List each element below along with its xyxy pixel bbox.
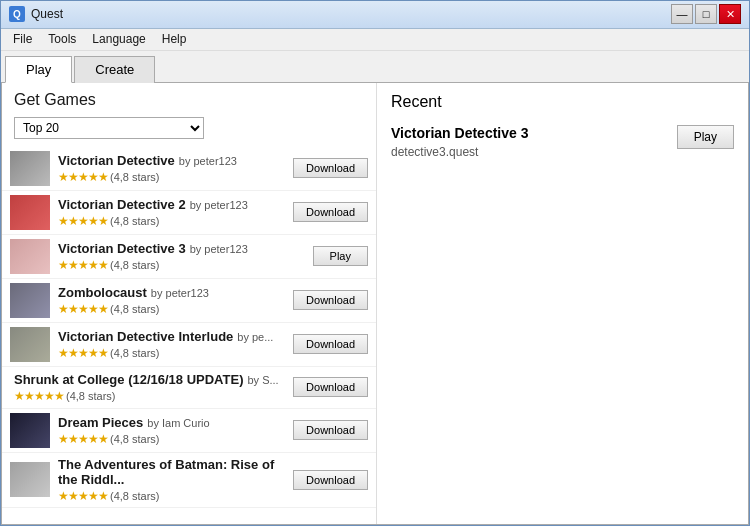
list-item: Victorian Detective by peter123 ★★★★★ (4… [2,147,376,191]
minimize-button[interactable]: — [671,4,693,24]
game-author: by peter123 [190,243,248,255]
download-button[interactable]: Download [293,470,368,490]
window-controls: — □ ✕ [671,4,741,24]
recent-game-details: Victorian Detective 3 detective3.quest [391,125,528,171]
star-rating: ★★★★★ [14,389,64,403]
game-info: Shrunk at College (12/16/18 UPDATE) by S… [10,372,287,403]
star-rating: ★★★★★ [58,214,108,228]
game-author: by S... [248,374,279,386]
download-button[interactable]: Download [293,420,368,440]
download-button[interactable]: Download [293,202,368,222]
tab-play[interactable]: Play [5,56,72,83]
titlebar: Q Quest — □ ✕ [1,1,749,29]
game-author: by peter123 [179,155,237,167]
game-author: by Iam Curio [147,417,209,429]
rating-text: (4,8 stars) [110,259,160,271]
list-item: Zombolocaust by peter123 ★★★★★ (4,8 star… [2,279,376,323]
list-item: Victorian Detective Interlude by pe... ★… [2,323,376,367]
game-name: The Adventures of Batman: Rise of the Ri… [58,457,287,487]
game-info: Victorian Detective by peter123 ★★★★★ (4… [58,153,287,184]
left-panel: Get Games Top 20 Top 50 All Victorian De… [2,83,377,524]
game-thumbnail [10,462,50,497]
list-item: Victorian Detective 3 by peter123 ★★★★★ … [2,235,376,279]
game-action: Play [313,246,368,266]
list-item: Shrunk at College (12/16/18 UPDATE) by S… [2,367,376,409]
main-content: Get Games Top 20 Top 50 All Victorian De… [1,83,749,525]
game-name: Victorian Detective Interlude [58,329,233,344]
recent-play-button[interactable]: Play [677,125,734,149]
right-panel: Recent Victorian Detective 3 detective3.… [377,83,748,524]
star-rating: ★★★★★ [58,258,108,272]
game-info: Victorian Detective Interlude by pe... ★… [58,329,287,360]
star-rating: ★★★★★ [58,302,108,316]
dropdown-row: Top 20 Top 50 All [2,113,376,147]
maximize-button[interactable]: □ [695,4,717,24]
download-button[interactable]: Download [293,377,368,397]
game-name: Shrunk at College (12/16/18 UPDATE) [14,372,244,387]
game-thumbnail [10,151,50,186]
game-name: Victorian Detective 2 [58,197,186,212]
game-thumbnail [10,327,50,362]
tabbar: Play Create [1,51,749,83]
app-icon: Q [9,6,25,22]
games-list[interactable]: Victorian Detective by peter123 ★★★★★ (4… [2,147,376,524]
rating-text: (4,8 stars) [110,347,160,359]
rating-text: (4,8 stars) [110,303,160,315]
list-item: Dream Pieces by Iam Curio ★★★★★ (4,8 sta… [2,409,376,453]
menu-tools[interactable]: Tools [40,30,84,48]
menubar: File Tools Language Help [1,29,749,51]
game-thumbnail [10,195,50,230]
star-rating: ★★★★★ [58,432,108,446]
game-action: Download [293,158,368,178]
game-author: by pe... [237,331,273,343]
rating-text: (4,8 stars) [110,215,160,227]
get-games-title: Get Games [2,83,376,113]
rating-text: (4,8 stars) [110,490,160,502]
star-rating: ★★★★★ [58,346,108,360]
game-info: Victorian Detective 2 by peter123 ★★★★★ … [58,197,287,228]
game-action: Download [293,202,368,222]
menu-help[interactable]: Help [154,30,195,48]
download-button[interactable]: Download [293,334,368,354]
download-button[interactable]: Download [293,158,368,178]
game-thumbnail [10,239,50,274]
close-button[interactable]: ✕ [719,4,741,24]
game-author: by peter123 [151,287,209,299]
game-author: by peter123 [190,199,248,211]
download-button[interactable]: Download [293,290,368,310]
game-thumbnail [10,413,50,448]
game-info: Victorian Detective 3 by peter123 ★★★★★ … [58,241,307,272]
rating-text: (4,8 stars) [110,433,160,445]
menu-file[interactable]: File [5,30,40,48]
game-action: Download [293,290,368,310]
game-action: Download [293,334,368,354]
play-button[interactable]: Play [313,246,368,266]
game-name: Zombolocaust [58,285,147,300]
game-action: Download [293,377,368,397]
star-rating: ★★★★★ [58,489,108,503]
game-name: Victorian Detective [58,153,175,168]
top20-dropdown[interactable]: Top 20 Top 50 All [14,117,204,139]
list-item: Victorian Detective 2 by peter123 ★★★★★ … [2,191,376,235]
game-info: The Adventures of Batman: Rise of the Ri… [58,457,287,503]
tab-create[interactable]: Create [74,56,155,83]
game-info: Dream Pieces by Iam Curio ★★★★★ (4,8 sta… [58,415,287,446]
game-action: Download [293,470,368,490]
game-info: Zombolocaust by peter123 ★★★★★ (4,8 star… [58,285,287,316]
rating-text: (4,8 stars) [66,390,116,402]
game-thumbnail [10,283,50,318]
game-name: Dream Pieces [58,415,143,430]
recent-title: Recent [391,93,734,111]
recent-game-name: Victorian Detective 3 [391,125,528,141]
game-action: Download [293,420,368,440]
star-rating: ★★★★★ [58,170,108,184]
list-item: The Adventures of Batman: Rise of the Ri… [2,453,376,508]
rating-text: (4,8 stars) [110,171,160,183]
game-name: Victorian Detective 3 [58,241,186,256]
menu-language[interactable]: Language [84,30,153,48]
recent-game-file: detective3.quest [391,145,528,159]
window-title: Quest [31,7,671,21]
